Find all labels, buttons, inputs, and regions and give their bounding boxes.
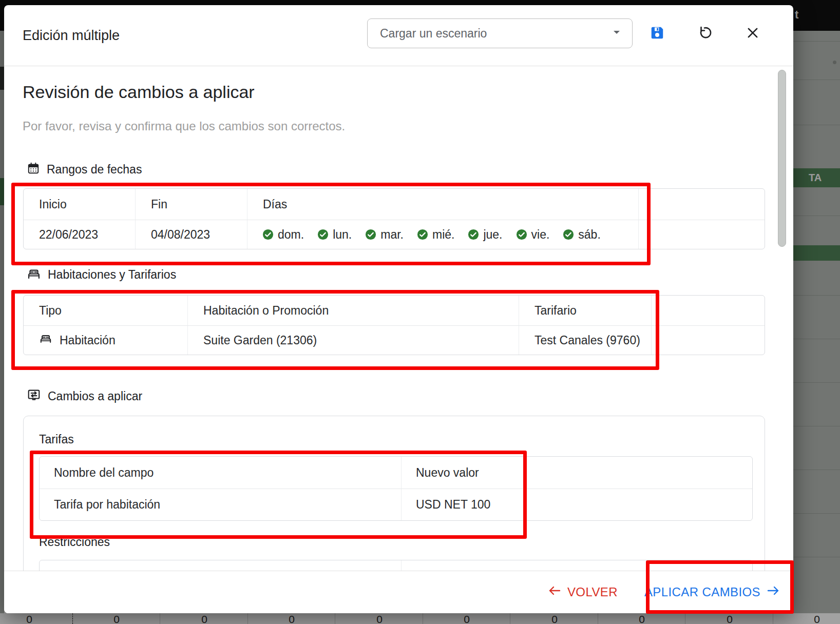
scenario-select[interactable]: Cargar un escenario xyxy=(367,18,633,48)
modal-title: Edición múltiple xyxy=(23,28,120,44)
volver-button[interactable]: VOLVER xyxy=(543,582,623,602)
col-header-valor: Nuevo valor xyxy=(402,457,752,489)
section-date-ranges-label: Rangos de fechas xyxy=(47,163,142,177)
review-subtitle: Por favor, revisa y confirma que los cam… xyxy=(23,119,345,133)
day-badge: mié. xyxy=(417,228,454,242)
calendar-icon xyxy=(27,162,40,177)
day-badge: sáb. xyxy=(563,228,600,242)
day-label: vie. xyxy=(531,228,550,242)
field-name-value: Tarifa por habitación xyxy=(40,489,402,520)
day-badge: vie. xyxy=(516,228,550,242)
bed-icon xyxy=(39,332,52,348)
col-header-tipo: Tipo xyxy=(24,296,188,325)
volver-label: VOLVER xyxy=(567,585,618,599)
col-header-inicio: Inicio xyxy=(24,189,136,220)
section-changes: Cambios a aplicar xyxy=(27,389,142,403)
arrow-left-icon xyxy=(548,585,561,599)
rooms-header-row: Tipo Habitación o Promoción Tarifario xyxy=(24,296,765,326)
day-badge: mar. xyxy=(365,228,404,242)
day-badge: jue. xyxy=(468,228,502,242)
days-cell: dom. lun. mar. mié. jue. vie. sáb. xyxy=(247,220,639,249)
date-ranges-header-row: Inicio Fin Días xyxy=(24,189,765,220)
date-ranges-data-row: 22/06/2023 04/08/2023 dom. lun. mar. mié… xyxy=(24,220,765,249)
room-type-value: Habitación xyxy=(60,334,116,347)
undo-icon[interactable] xyxy=(697,25,712,41)
col-header-habitacion: Habitación o Promoción xyxy=(188,296,519,325)
save-icon[interactable] xyxy=(650,25,665,41)
day-badge: dom. xyxy=(262,228,304,242)
col-header-fin: Fin xyxy=(136,189,247,220)
tarifas-data-row: Tarifa por habitación USD NET 100 xyxy=(40,489,752,520)
new-value: USD NET 100 xyxy=(402,489,752,520)
arrow-right-icon xyxy=(767,585,780,599)
multi-edit-modal: Edición múltiple Cargar un escenario xyxy=(4,5,793,613)
col-header-campo: Nombre del campo xyxy=(40,457,402,489)
day-label: jue. xyxy=(483,228,502,242)
tarifas-label: Tarifas xyxy=(39,433,74,446)
scenario-select-value: Cargar un escenario xyxy=(380,27,612,41)
day-label: mié. xyxy=(432,228,454,242)
day-label: dom. xyxy=(278,228,304,242)
date-ranges-table: Inicio Fin Días 22/06/2023 04/08/2023 do… xyxy=(23,188,765,249)
header-divider xyxy=(4,66,793,66)
sliders-screen-icon xyxy=(27,388,41,404)
section-rooms-label: Habitaciones y Tarifarios xyxy=(48,268,176,282)
rooms-data-row: Habitación Suite Garden (21306) Test Can… xyxy=(24,326,765,355)
section-changes-label: Cambios a aplicar xyxy=(48,389,142,403)
review-title: Revisión de cambios a aplicar xyxy=(23,82,255,102)
end-date-value: 04/08/2023 xyxy=(136,220,247,249)
aplicar-cambios-button[interactable]: APLICAR CAMBIOS xyxy=(639,582,785,602)
day-badge: lun. xyxy=(317,228,352,242)
room-name-value: Suite Garden (21306) xyxy=(188,326,519,355)
rooms-table: Tipo Habitación o Promoción Tarifario xyxy=(23,295,765,355)
chevron-down-icon xyxy=(612,29,622,38)
aplicar-cambios-label: APLICAR CAMBIOS xyxy=(644,585,760,599)
modal-footer: VOLVER APLICAR CAMBIOS xyxy=(4,571,793,613)
tarifas-table: Nombre del campo Nuevo valor Tarifa por … xyxy=(39,456,753,521)
day-label: lun. xyxy=(333,228,352,242)
tarifas-header-row: Nombre del campo Nuevo valor xyxy=(40,457,752,489)
col-header-dias: Días xyxy=(247,189,639,220)
close-icon[interactable] xyxy=(745,25,760,41)
day-label: sáb. xyxy=(578,228,600,242)
restricciones-label: Restricciones xyxy=(39,535,110,549)
bed-icon xyxy=(27,266,41,283)
modal-scrollbar-thumb[interactable] xyxy=(778,70,786,247)
day-label: mar. xyxy=(380,228,404,242)
room-type-cell: Habitación xyxy=(24,326,188,355)
section-date-ranges: Rangos de fechas xyxy=(27,162,142,177)
col-header-tarifario: Tarifario xyxy=(519,296,652,325)
section-rooms: Habitaciones y Tarifarios xyxy=(27,267,176,282)
rate-plan-value: Test Canales (9760) xyxy=(519,326,652,355)
changes-card: Tarifas Nombre del campo Nuevo valor Tar… xyxy=(23,416,765,590)
start-date-value: 22/06/2023 xyxy=(24,220,136,249)
screen: t TA 0 0 0 0 0 0 0 0 0 0 xyxy=(0,0,840,624)
